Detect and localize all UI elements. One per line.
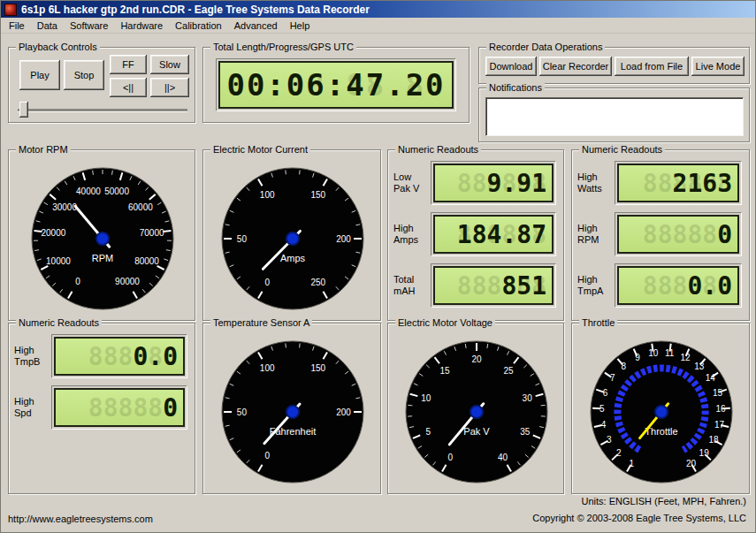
- readout-row: High Spd 0: [14, 384, 187, 431]
- group-title: Throttle: [579, 317, 617, 329]
- gauge-tick-label: 0: [448, 453, 454, 462]
- menu-bar: File Data Software Hardware Calibration …: [1, 18, 755, 34]
- lcd-frame: 851: [431, 263, 556, 308]
- play-button[interactable]: Play: [19, 60, 60, 90]
- menu-hardware[interactable]: Hardware: [114, 19, 169, 33]
- group-title: Numeric Readouts: [16, 317, 102, 329]
- group-throttle: Throttle 1234567891011121314151617181920…: [571, 323, 750, 494]
- readout-row: High RPM 0: [577, 210, 742, 258]
- menu-advanced[interactable]: Advanced: [228, 19, 284, 33]
- lcd-value: 0.0: [133, 342, 178, 371]
- gauge-tick-label: 1: [630, 459, 635, 468]
- readout-label: High TmpB: [14, 345, 51, 368]
- gauge-tick-label: 70000: [140, 228, 164, 238]
- stop-button[interactable]: Stop: [64, 60, 104, 90]
- notifications-box: [485, 97, 744, 136]
- group-title: Electric Motor Voltage: [395, 317, 495, 329]
- readout-row: High TmpA 0.0: [577, 262, 742, 309]
- gauge-unit-label: RPM: [92, 253, 113, 263]
- gauge-tick-label: 13: [694, 362, 705, 371]
- readout-label: High Amps: [393, 223, 431, 246]
- gauge-minor-tick: [286, 343, 286, 347]
- gauge-hub: [286, 406, 299, 418]
- lcd-value: 184.87: [457, 220, 546, 249]
- lcd-display-low-pak-v: 9.91: [433, 164, 554, 202]
- playback-slider[interactable]: [16, 101, 189, 118]
- load-from-file-button[interactable]: Load from File: [615, 57, 689, 76]
- footer-copyright: Copyright © 2003-2008 Eagle Tree Systems…: [532, 513, 746, 523]
- app-icon[interactable]: [4, 4, 17, 16]
- group-motor-rpm: Motor RPM 010000200003000040000500006000…: [8, 149, 195, 321]
- lcd-display-high-rpm: 0: [617, 215, 739, 254]
- group-total-length: Total Length/Progress/GPS UTC 00:06:47.2…: [202, 47, 470, 123]
- clear-recorder-button[interactable]: Clear Recorder: [539, 57, 612, 76]
- lcd-value: 0: [717, 220, 732, 249]
- lcd-frame: 0: [615, 212, 742, 256]
- group-title: Playback Controls: [16, 42, 100, 53]
- gauge-tick-label: 3: [607, 435, 612, 445]
- gauge-tick-label: 80000: [134, 256, 159, 266]
- gauge-tick-label: 60000: [128, 202, 153, 212]
- voltage-gauge: 0510152025303540Pak V: [392, 333, 561, 491]
- download-button[interactable]: Download: [485, 57, 537, 76]
- menu-help[interactable]: Help: [284, 19, 317, 33]
- gauge-minor-tick: [300, 343, 301, 347]
- group-motor-current: Electric Motor Current 050100150200250Am…: [202, 149, 381, 321]
- group-recorder-operations: Recorder Data Operations Download Clear …: [478, 47, 750, 84]
- gauge-tick-label: 50: [237, 234, 248, 244]
- throttle-gauge: 1234567891011121314151617181920Throttle: [576, 333, 747, 491]
- gauge-tick-label: 30: [523, 393, 533, 403]
- readout-row: Low Pak V 9.91: [393, 159, 556, 207]
- gauge-tick-label: 0: [75, 277, 80, 286]
- gauge-tick-label: 0: [264, 451, 270, 461]
- menu-software[interactable]: Software: [64, 19, 114, 33]
- gauge-tick-label: 40000: [76, 187, 101, 196]
- live-mode-button[interactable]: Live Mode: [691, 57, 745, 76]
- gauge-tick-label: 14: [706, 373, 716, 383]
- gauge-tick-label: 25: [503, 366, 514, 376]
- title-bar[interactable]: 6s1p 6L hacker gtp 2nd run.CDR - Eagle T…: [1, 1, 755, 18]
- lcd-value: 0: [163, 393, 178, 423]
- readout-label: High TmpA: [577, 274, 615, 297]
- gauge-tick-label: 20: [471, 354, 482, 364]
- group-notifications: Notifications: [478, 88, 750, 142]
- temperature-gauge: 050100150200Fahrenheit: [207, 333, 378, 491]
- menu-file[interactable]: File: [3, 19, 31, 33]
- lcd-value: 0.0: [687, 271, 732, 301]
- readout-row: High TmpB 0.0: [14, 332, 187, 380]
- gauge-unit-label: Pak V: [463, 426, 490, 437]
- step-back-button[interactable]: <||: [110, 78, 147, 97]
- group-title: Total Length/Progress/GPS UTC: [210, 42, 356, 53]
- group-title: Motor RPM: [16, 144, 71, 156]
- lcd-frame: 184.87: [431, 212, 556, 256]
- gauge-tick-label: 250: [310, 278, 325, 287]
- gauge-tick-label: 20: [686, 459, 697, 468]
- lcd-display-high-tmpa: 0.0: [617, 266, 739, 305]
- app-window: 6s1p 6L hacker gtp 2nd run.CDR - Eagle T…: [0, 0, 756, 533]
- readout-label: Low Pak V: [393, 171, 431, 194]
- gauge-tick-label: 90000: [115, 277, 140, 286]
- gauge-tick-label: 10000: [46, 256, 71, 266]
- gauge-tick-label: 12: [680, 353, 691, 362]
- lcd-frame: 0.0: [615, 263, 742, 308]
- gauge-tick-label: 5: [599, 404, 605, 414]
- lcd-frame: 0.0: [51, 334, 187, 378]
- gauge-tick-label: 100: [260, 363, 275, 373]
- lcd-display-high-watts: 2163: [617, 164, 739, 202]
- step-forward-button[interactable]: ||>: [150, 78, 189, 97]
- footer-url: http://www.eagletreesystems.com: [8, 514, 153, 524]
- readout-row: High Amps 184.87: [393, 210, 556, 258]
- slow-button[interactable]: Slow: [150, 55, 189, 74]
- gauge-tick-label: 4: [601, 420, 607, 430]
- slider-track[interactable]: [18, 109, 187, 111]
- fast-forward-button[interactable]: FF: [110, 55, 147, 74]
- menu-calibration[interactable]: Calibration: [169, 19, 228, 33]
- menu-data[interactable]: Data: [31, 19, 64, 33]
- gauge-tick-label: 11: [665, 348, 675, 358]
- motor-rpm-gauge: 0100002000030000400005000060000700008000…: [13, 160, 192, 317]
- gauge-tick-label: 8: [621, 362, 626, 371]
- gauge-tick-label: 150: [310, 190, 325, 200]
- gauge-tick-label: 16: [716, 404, 727, 414]
- timer-value: 00:06:47.20: [226, 67, 445, 103]
- playback-slider-thumb[interactable]: [19, 102, 28, 118]
